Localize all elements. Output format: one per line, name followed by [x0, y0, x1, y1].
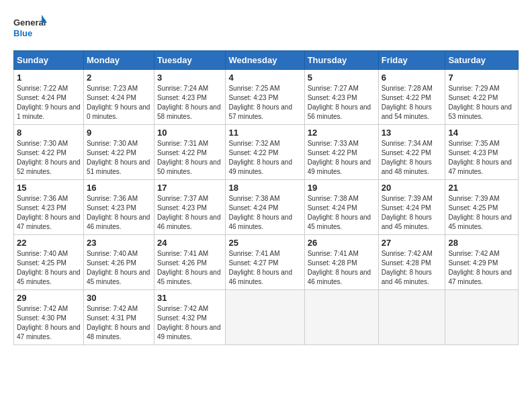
day-info: Sunrise: 7:40 AMSunset: 4:26 PMDaylight:… — [87, 250, 150, 285]
day-cell: 12 Sunrise: 7:33 AMSunset: 4:22 PMDaylig… — [304, 125, 378, 180]
header-row: SundayMondayTuesdayWednesdayThursdayFrid… — [14, 51, 519, 70]
day-number: 13 — [382, 128, 443, 138]
day-number: 31 — [157, 293, 222, 303]
day-cell: 24 Sunrise: 7:41 AMSunset: 4:26 PMDaylig… — [154, 235, 225, 290]
day-number: 18 — [228, 183, 301, 193]
day-cell: 17 Sunrise: 7:37 AMSunset: 4:23 PMDaylig… — [154, 180, 225, 235]
header-day-monday: Monday — [83, 51, 154, 70]
day-number: 3 — [157, 73, 222, 83]
day-number: 8 — [17, 128, 81, 138]
day-info: Sunrise: 7:33 AMSunset: 4:22 PMDaylight:… — [308, 140, 371, 175]
day-number: 4 — [228, 73, 301, 83]
day-info: Sunrise: 7:37 AMSunset: 4:23 PMDaylight:… — [157, 195, 221, 230]
day-cell: 26 Sunrise: 7:41 AMSunset: 4:28 PMDaylig… — [304, 235, 378, 290]
day-info: Sunrise: 7:32 AMSunset: 4:22 PMDaylight:… — [228, 140, 292, 175]
day-number: 17 — [157, 183, 222, 193]
day-number: 5 — [308, 73, 375, 83]
day-cell: 15 Sunrise: 7:36 AMSunset: 4:23 PMDaylig… — [14, 180, 84, 235]
day-number: 23 — [87, 238, 151, 248]
day-info: Sunrise: 7:39 AMSunset: 4:24 PMDaylight:… — [382, 195, 433, 230]
day-info: Sunrise: 7:30 AMSunset: 4:22 PMDaylight:… — [17, 140, 81, 175]
day-cell: 2 Sunrise: 7:23 AMSunset: 4:24 PMDayligh… — [83, 70, 154, 125]
day-cell: 29 Sunrise: 7:42 AMSunset: 4:30 PMDaylig… — [14, 290, 84, 345]
day-cell: 5 Sunrise: 7:27 AMSunset: 4:23 PMDayligh… — [304, 70, 378, 125]
day-cell: 4 Sunrise: 7:25 AMSunset: 4:23 PMDayligh… — [226, 70, 304, 125]
day-info: Sunrise: 7:28 AMSunset: 4:22 PMDaylight:… — [382, 85, 433, 120]
day-cell: 25 Sunrise: 7:41 AMSunset: 4:27 PMDaylig… — [226, 235, 304, 290]
week-row-5: 29 Sunrise: 7:42 AMSunset: 4:30 PMDaylig… — [14, 290, 519, 345]
day-number: 1 — [17, 73, 81, 83]
header-day-wednesday: Wednesday — [226, 51, 304, 70]
day-number: 16 — [87, 183, 151, 193]
day-info: Sunrise: 7:40 AMSunset: 4:25 PMDaylight:… — [17, 250, 81, 285]
calendar-table: SundayMondayTuesdayWednesdayThursdayFrid… — [13, 50, 519, 345]
day-cell: 13 Sunrise: 7:34 AMSunset: 4:22 PMDaylig… — [378, 125, 445, 180]
day-info: Sunrise: 7:38 AMSunset: 4:24 PMDaylight:… — [308, 195, 371, 230]
day-number: 6 — [382, 73, 443, 83]
day-number: 30 — [87, 293, 151, 303]
day-cell: 31 Sunrise: 7:42 AMSunset: 4:32 PMDaylig… — [154, 290, 225, 345]
day-number: 27 — [382, 238, 443, 248]
day-number: 12 — [308, 128, 375, 138]
day-number: 25 — [228, 238, 301, 248]
day-info: Sunrise: 7:42 AMSunset: 4:30 PMDaylight:… — [17, 305, 81, 340]
day-info: Sunrise: 7:31 AMSunset: 4:22 PMDaylight:… — [157, 140, 221, 175]
day-number: 7 — [448, 73, 515, 83]
day-info: Sunrise: 7:36 AMSunset: 4:23 PMDaylight:… — [87, 195, 150, 230]
header-day-saturday: Saturday — [445, 51, 519, 70]
logo-svg: General Blue — [13, 13, 47, 44]
day-info: Sunrise: 7:22 AMSunset: 4:24 PMDaylight:… — [17, 85, 81, 120]
day-info: Sunrise: 7:24 AMSunset: 4:23 PMDaylight:… — [157, 85, 221, 120]
day-info: Sunrise: 7:41 AMSunset: 4:26 PMDaylight:… — [157, 250, 221, 285]
day-number: 15 — [17, 183, 81, 193]
day-cell: 7 Sunrise: 7:29 AMSunset: 4:22 PMDayligh… — [445, 70, 519, 125]
day-number: 2 — [87, 73, 151, 83]
day-number: 24 — [157, 238, 222, 248]
header-day-tuesday: Tuesday — [154, 51, 225, 70]
day-info: Sunrise: 7:41 AMSunset: 4:27 PMDaylight:… — [228, 250, 292, 285]
week-row-2: 8 Sunrise: 7:30 AMSunset: 4:22 PMDayligh… — [14, 125, 519, 180]
week-row-4: 22 Sunrise: 7:40 AMSunset: 4:25 PMDaylig… — [14, 235, 519, 290]
header: General Blue — [13, 13, 519, 44]
day-number: 10 — [157, 128, 222, 138]
day-cell: 6 Sunrise: 7:28 AMSunset: 4:22 PMDayligh… — [378, 70, 445, 125]
day-number: 26 — [308, 238, 375, 248]
day-info: Sunrise: 7:23 AMSunset: 4:24 PMDaylight:… — [87, 85, 150, 120]
header-day-friday: Friday — [378, 51, 445, 70]
day-cell: 22 Sunrise: 7:40 AMSunset: 4:25 PMDaylig… — [14, 235, 84, 290]
svg-text:Blue: Blue — [13, 28, 32, 38]
day-number: 22 — [17, 238, 81, 248]
header-day-sunday: Sunday — [14, 51, 84, 70]
day-cell — [226, 290, 304, 345]
day-info: Sunrise: 7:42 AMSunset: 4:28 PMDaylight:… — [382, 250, 433, 285]
day-info: Sunrise: 7:36 AMSunset: 4:23 PMDaylight:… — [17, 195, 81, 230]
day-cell: 21 Sunrise: 7:39 AMSunset: 4:25 PMDaylig… — [445, 180, 519, 235]
day-cell: 9 Sunrise: 7:30 AMSunset: 4:22 PMDayligh… — [83, 125, 154, 180]
header-day-thursday: Thursday — [304, 51, 378, 70]
day-cell: 23 Sunrise: 7:40 AMSunset: 4:26 PMDaylig… — [83, 235, 154, 290]
day-number: 28 — [448, 238, 515, 248]
day-info: Sunrise: 7:41 AMSunset: 4:28 PMDaylight:… — [308, 250, 371, 285]
logo: General Blue — [13, 13, 47, 44]
day-cell: 11 Sunrise: 7:32 AMSunset: 4:22 PMDaylig… — [226, 125, 304, 180]
day-info: Sunrise: 7:39 AMSunset: 4:25 PMDaylight:… — [448, 195, 512, 230]
day-number: 21 — [448, 183, 515, 193]
day-number: 20 — [382, 183, 443, 193]
svg-marker-2 — [42, 15, 47, 23]
day-info: Sunrise: 7:30 AMSunset: 4:22 PMDaylight:… — [87, 140, 150, 175]
day-info: Sunrise: 7:38 AMSunset: 4:24 PMDaylight:… — [228, 195, 292, 230]
week-row-1: 1 Sunrise: 7:22 AMSunset: 4:24 PMDayligh… — [14, 70, 519, 125]
day-cell: 10 Sunrise: 7:31 AMSunset: 4:22 PMDaylig… — [154, 125, 225, 180]
day-cell: 20 Sunrise: 7:39 AMSunset: 4:24 PMDaylig… — [378, 180, 445, 235]
day-cell: 19 Sunrise: 7:38 AMSunset: 4:24 PMDaylig… — [304, 180, 378, 235]
day-cell — [378, 290, 445, 345]
day-number: 14 — [448, 128, 515, 138]
svg-text:General: General — [13, 17, 46, 28]
day-info: Sunrise: 7:42 AMSunset: 4:29 PMDaylight:… — [448, 250, 512, 285]
day-info: Sunrise: 7:42 AMSunset: 4:31 PMDaylight:… — [87, 305, 150, 340]
day-cell: 3 Sunrise: 7:24 AMSunset: 4:23 PMDayligh… — [154, 70, 225, 125]
day-info: Sunrise: 7:25 AMSunset: 4:23 PMDaylight:… — [228, 85, 292, 120]
day-info: Sunrise: 7:34 AMSunset: 4:22 PMDaylight:… — [382, 140, 433, 175]
day-info: Sunrise: 7:29 AMSunset: 4:22 PMDaylight:… — [448, 85, 512, 120]
day-info: Sunrise: 7:35 AMSunset: 4:23 PMDaylight:… — [448, 140, 512, 175]
